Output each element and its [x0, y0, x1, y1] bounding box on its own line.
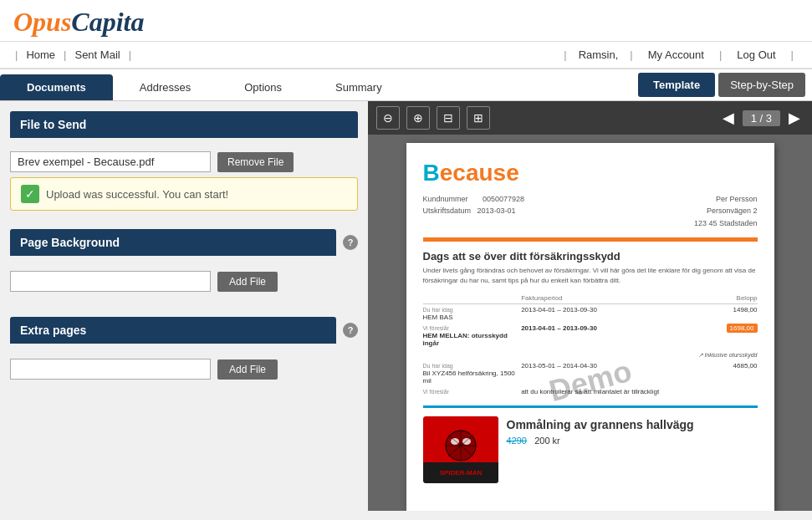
page-background-header: Page Background [10, 229, 336, 256]
table-row: Du har idag HEM BAS 2013-04-01 – 2013-09… [423, 304, 758, 324]
page-navigation: ◀ 1 / 3 ▶ [719, 109, 804, 127]
table-header-empty [423, 293, 522, 304]
table-note-cell: ↗ Inklusive otursskydd [423, 349, 758, 360]
file-name-input[interactable] [10, 151, 211, 172]
nav-log-out[interactable]: Log Out [730, 45, 782, 64]
fit-page-icon: ⊞ [473, 111, 483, 125]
page-background-input[interactable] [10, 271, 211, 292]
page-background-help-icon[interactable]: ? [343, 235, 358, 250]
nav-sent-mail[interactable]: Sent Mail [68, 45, 126, 64]
price-new: 200 kr [534, 436, 560, 446]
page-indicator: 1 / 3 [743, 110, 780, 126]
success-message-box: ✓ Upload was successful. You can start! [10, 177, 358, 211]
doc-meta-kundnummer-label: Kundnummer 0050077928 [423, 193, 525, 205]
doc-meta-city: 123 45 Stadstaden [694, 217, 758, 229]
spiderman-svg: SPIDER-MAN [423, 416, 498, 483]
table-cell-label-4: Vi föreslår [423, 386, 522, 397]
doc-meta-kundnummer-value: 0050077928 [483, 195, 524, 203]
doc-table: Fakturaperiod Belopp Du har idag HEM BAS… [423, 293, 758, 397]
because-logo-b: B [423, 160, 440, 186]
page-background-header-row: Page Background ? [10, 229, 358, 256]
preview-page: Because Kundnummer 0050077928 Utskriftsd… [406, 143, 774, 511]
page-background-add-button[interactable]: Add File [217, 272, 278, 292]
prev-page-icon: ◀ [723, 110, 734, 126]
tabs-left: Documents Addresses Options Summary [0, 74, 409, 100]
tab-options[interactable]: Options [217, 74, 309, 100]
fit-page-button[interactable]: ⊞ [467, 106, 490, 130]
ad-text: Ommålning av grannens hallvägg 4290 200 … [507, 416, 694, 448]
nav-home[interactable]: Home [19, 45, 62, 64]
logo-opus: Opus [13, 7, 71, 37]
nav-sep-3: | [129, 48, 131, 61]
logo-capita: Capita [71, 7, 144, 37]
extra-pages-section: Extra pages ? Add File [10, 317, 358, 395]
tabs-right: Template Step-by-Step [631, 69, 812, 100]
extra-pages-body: Add File [10, 344, 358, 395]
svg-point-3 [462, 438, 471, 445]
svg-point-2 [451, 438, 459, 445]
file-to-send-body: Remove File ✓ Upload was successful. You… [10, 138, 358, 219]
doc-meta-left: Kundnummer 0050077928 Utskriftsdatum 201… [423, 193, 525, 229]
tabs-bar: Documents Addresses Options Summary Temp… [0, 69, 812, 101]
tab-documents[interactable]: Documents [0, 74, 113, 100]
blue-divider [423, 405, 758, 408]
doc-meta-datum-value: 2013-03-01 [477, 206, 516, 215]
nav-sep-7: | [788, 48, 797, 61]
fit-width-button[interactable]: ⊟ [437, 106, 460, 130]
extra-pages-input[interactable] [10, 359, 211, 380]
logo: OpusCapita [13, 7, 144, 37]
nav-left: | Home | Sent Mail | [13, 45, 133, 64]
bottom-image-row: SPIDER-MAN Ommålning av grannens hallväg… [423, 416, 758, 483]
nav-username: Ramsin, [575, 48, 622, 61]
svg-text:SPIDER-MAN: SPIDER-MAN [439, 469, 482, 477]
extra-pages-help-icon[interactable]: ? [343, 323, 358, 338]
table-row: Vi föreslår att du kontrollerar så att m… [423, 386, 758, 397]
doc-body-text: Under livets gång förändras och behovet … [423, 266, 758, 286]
highlighted-amount: 1698,00 [727, 324, 758, 333]
extra-pages-header-row: Extra pages ? [10, 317, 358, 344]
table-cell-label-2: Vi föreslår HEM MELLAN: otursskydd ingår [423, 323, 522, 349]
zoom-out-icon: ⊖ [383, 111, 393, 125]
doc-meta: Kundnummer 0050077928 Utskriftsdatum 201… [423, 193, 758, 229]
extra-pages-add-row: Add File [10, 359, 358, 380]
nav-bar: | Home | Sent Mail | | Ramsin, | My Acco… [0, 42, 812, 69]
table-cell-period-3: 2013-05-01 – 2014-04-30 [521, 360, 698, 386]
page-background-body: Add File [10, 256, 358, 307]
zoom-out-button[interactable]: ⊖ [376, 106, 400, 130]
table-cell-amount-1: 1498,00 [698, 304, 758, 324]
prev-page-button[interactable]: ◀ [719, 109, 738, 127]
tab-addresses[interactable]: Addresses [113, 74, 217, 100]
zoom-in-button[interactable]: ⊕ [406, 106, 430, 130]
balloon-note: ↗ Inklusive otursskydd [423, 352, 758, 359]
because-logo-rest: ecause [440, 160, 519, 186]
step-by-step-button[interactable]: Step-by-Step [718, 73, 805, 97]
extra-pages-add-button[interactable]: Add File [217, 359, 278, 380]
nav-sep-6: | [716, 48, 725, 61]
nav-sep-1: | [15, 48, 18, 61]
table-cell-label-3: Du har idag Bil XYZ456 helförsäkring, 15… [423, 360, 522, 386]
page-background-add-row: Add File [10, 271, 358, 292]
tab-summary[interactable]: Summary [309, 74, 409, 100]
preview-content[interactable]: Because Kundnummer 0050077928 Utskriftsd… [368, 135, 812, 511]
right-panel: ⊖ ⊕ ⊟ ⊞ ◀ 1 / 3 ▶ [368, 101, 812, 511]
table-cell-period-1: 2013-04-01 – 2013-09-30 [521, 304, 698, 324]
remove-file-button[interactable]: Remove File [217, 152, 294, 172]
ad-title: Ommålning av grannens hallvägg [507, 416, 694, 434]
file-to-send-section: File to Send Remove File ✓ Upload was su… [10, 111, 358, 219]
orange-divider [423, 237, 758, 242]
doc-meta-name: Per Persson [694, 193, 758, 205]
doc-title: Dags att se över ditt försäkringsskydd [423, 250, 758, 263]
nav-my-account[interactable]: My Account [641, 45, 711, 64]
table-cell-period-2: 2013-04-01 – 2013-09-30 [521, 323, 698, 349]
next-page-button[interactable]: ▶ [785, 109, 804, 127]
doc-meta-datum-label: Utskriftsdatum 2013-03-01 [423, 205, 525, 217]
table-cell-label: Du har idag HEM BAS [423, 304, 522, 324]
table-cell-amount-2: 1698,00 [698, 323, 758, 349]
template-button[interactable]: Template [638, 73, 715, 97]
table-cell-amount-3: 4685,00 [698, 360, 758, 386]
file-to-send-header: File to Send [10, 111, 358, 138]
header: OpusCapita [0, 0, 812, 42]
because-logo: Because [423, 160, 758, 186]
main: File to Send Remove File ✓ Upload was su… [0, 101, 812, 511]
extra-pages-header: Extra pages [10, 317, 336, 344]
